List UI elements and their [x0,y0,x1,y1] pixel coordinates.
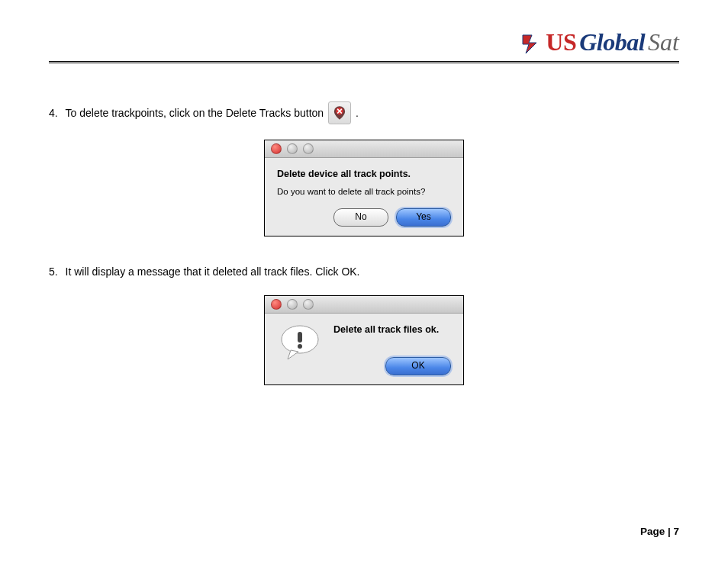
step-5-number: 5. [49,264,61,280]
dialog-titlebar [265,296,463,314]
dialog-button-row: No Yes [277,208,451,227]
page-header: US Global Sat [49,27,679,56]
dialog-message: Do you want to delete all track points? [277,186,451,198]
step-4-trailing: . [356,105,359,121]
close-icon[interactable] [271,299,282,310]
logo-text-global: Global [579,28,645,56]
exclamation-icon [277,323,323,368]
step-4-number: 4. [49,105,61,121]
svg-rect-2 [298,332,302,343]
logo-text-us: US [546,28,576,56]
no-button[interactable]: No [333,208,388,227]
document-body: 4. To delete trackpoints, click on the D… [49,101,679,385]
yes-button[interactable]: Yes [396,208,451,227]
svg-point-3 [298,344,302,349]
page-footer: Page | 7 [640,526,679,537]
step-4: 4. To delete trackpoints, click on the D… [49,101,679,124]
delete-confirm-dialog: Delete device all track points. Do you w… [264,140,464,236]
delete-tracks-icon [328,101,351,124]
minimize-icon[interactable] [287,143,298,154]
delete-complete-dialog: Delete all track files ok. OK [264,295,464,385]
logo-mark-icon [521,32,541,55]
dialog-body: Delete all track files ok. OK [265,314,463,384]
dialog-title: Delete device all track points. [277,167,451,182]
dialog-titlebar [265,140,463,158]
dialog-body: Delete device all track points. Do you w… [265,158,463,236]
logo-text-sat: Sat [648,28,679,56]
step-5-text: It will display a message that it delete… [66,264,360,280]
zoom-icon[interactable] [303,299,314,310]
step-4-text: To delete trackpoints, click on the Dele… [66,105,324,121]
close-icon[interactable] [271,143,282,154]
zoom-icon[interactable] [303,143,314,154]
ok-button[interactable]: OK [385,357,451,375]
header-rule [49,61,679,66]
minimize-icon[interactable] [287,299,298,310]
step-5: 5. It will display a message that it del… [49,264,679,280]
dialog-title: Delete all track files ok. [333,323,451,337]
dialog-button-row: OK [333,357,451,375]
document-page: US Global Sat 4. To delete trackpoints, … [0,0,728,563]
brand-logo: US Global Sat [521,27,679,56]
